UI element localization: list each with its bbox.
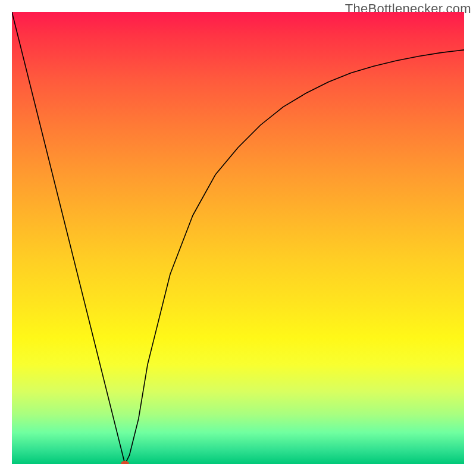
plot-svg [12, 12, 464, 464]
chart-area [12, 12, 464, 464]
bottleneck-curve [12, 12, 464, 464]
optimum-marker [121, 461, 129, 465]
